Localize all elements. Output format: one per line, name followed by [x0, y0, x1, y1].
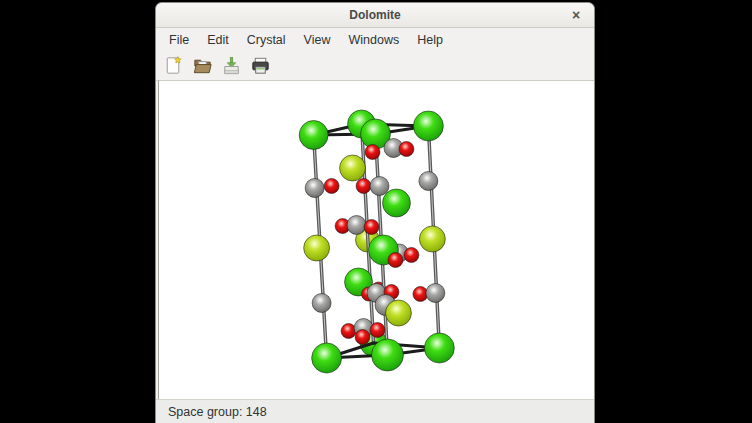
atom-C — [347, 216, 366, 235]
atom-C — [312, 294, 331, 313]
atom-Mg — [419, 226, 445, 252]
space-group-label: Space group: 148 — [168, 405, 267, 419]
atom-C — [370, 177, 389, 196]
atom-O — [388, 253, 403, 268]
atom-Mg — [340, 155, 366, 181]
atom-Ca — [382, 189, 410, 217]
menu-item-edit[interactable]: Edit — [198, 30, 238, 50]
atom-O — [399, 142, 414, 157]
atom-Ca — [372, 339, 404, 371]
save-button[interactable] — [219, 53, 244, 78]
atom-C — [305, 179, 324, 198]
menu-item-windows[interactable]: Windows — [339, 30, 408, 50]
close-icon[interactable]: × — [566, 3, 586, 27]
crystal-structure — [159, 81, 594, 399]
new-file-button[interactable] — [161, 53, 186, 78]
atom-C — [426, 284, 445, 303]
atom-Ca — [424, 333, 454, 363]
save-icon — [220, 54, 243, 77]
print-button[interactable] — [248, 53, 273, 78]
atom-O — [364, 220, 379, 235]
atom-Mg — [304, 235, 330, 261]
open-folder-button[interactable] — [190, 53, 215, 78]
new-file-icon — [162, 54, 185, 77]
menu-item-view[interactable]: View — [295, 30, 340, 50]
atom-Ca — [413, 111, 443, 141]
atom-O — [356, 179, 371, 194]
toolbar — [156, 51, 594, 81]
atom-Ca — [299, 121, 328, 150]
menubar: FileEditCrystalViewWindowsHelp — [156, 28, 594, 51]
menu-item-help[interactable]: Help — [408, 30, 452, 50]
menu-item-crystal[interactable]: Crystal — [238, 30, 295, 50]
atom-O — [341, 324, 356, 339]
menu-item-file[interactable]: File — [160, 30, 198, 50]
atom-O — [370, 323, 385, 338]
atom-Ca — [312, 343, 342, 373]
dolomite-window: Dolomite × FileEditCrystalViewWindowsHel… — [155, 2, 595, 423]
atom-O — [404, 248, 419, 263]
print-icon — [249, 54, 272, 77]
atom-C — [419, 172, 438, 191]
atom-O — [324, 179, 339, 194]
crystal-viewport[interactable] — [158, 80, 594, 399]
atom-O — [355, 330, 370, 345]
screen-background: Dolomite × FileEditCrystalViewWindowsHel… — [0, 0, 752, 423]
titlebar[interactable]: Dolomite × — [156, 3, 594, 28]
atom-Mg — [385, 300, 411, 326]
statusbar: Space group: 148 — [156, 399, 594, 423]
window-title: Dolomite — [349, 8, 400, 22]
atom-O — [365, 145, 380, 160]
open-folder-icon — [191, 54, 214, 77]
